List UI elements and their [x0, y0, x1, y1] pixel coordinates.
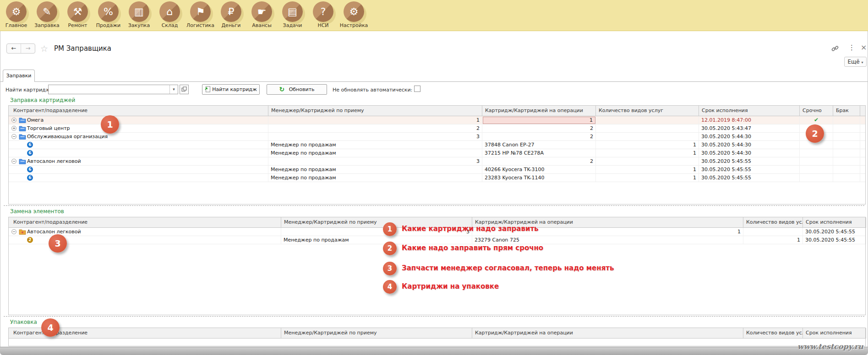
column-header[interactable]: Картридж/Картриджей на операции — [472, 217, 743, 228]
toolbar-item-tools[interactable]: ⚒Ремонт — [62, 0, 93, 31]
cell-value: 1 — [596, 149, 699, 157]
cell — [800, 124, 833, 133]
cell — [833, 141, 860, 149]
cell-value: 3 — [281, 228, 472, 236]
tabstrip-divider — [0, 81, 868, 82]
column-header[interactable]: Срочно — [800, 106, 833, 116]
toolbar-item-settings-gear[interactable]: ⚙Настройка — [338, 0, 369, 31]
collapse-icon[interactable]: − — [11, 134, 16, 139]
toolbar-item-refill-pen[interactable]: ✎Заправка — [32, 0, 62, 31]
column-header[interactable]: Картридж/Картриджей на операции — [472, 328, 743, 339]
find-cartridge-button[interactable]: Найти картридж — [202, 84, 260, 95]
cell-value: ✔ — [800, 116, 833, 124]
contractor-name: Автосалон легковой — [27, 157, 81, 166]
column-header[interactable]: Срок исполнения — [803, 217, 866, 228]
find-cartridge-label: Найти картридж:: — [5, 87, 54, 93]
cell-value: 1 — [596, 141, 699, 149]
toolbar-item-label: НСИ — [308, 22, 338, 28]
column-header[interactable]: Срок исполнения — [803, 328, 866, 339]
toolbar-item-sale-person[interactable]: %Продажи — [93, 0, 124, 31]
table-row[interactable]: +Торговый центр2230.05.2020 5:43:47 — [9, 124, 865, 133]
map-pin-icon: ⚑ — [190, 1, 211, 22]
toolbar-item-label: Деньги — [216, 22, 246, 28]
more-button[interactable]: Ещё ▾ — [844, 57, 867, 67]
cell-value: Менеджер по продажам — [268, 149, 482, 157]
toolbar-item-task-list[interactable]: ▤Задачи — [277, 0, 308, 31]
table-row[interactable]: −Автосалон легковой3130.05.2020 5:45:55 — [9, 228, 865, 236]
cell — [11, 166, 268, 174]
contractor-name: Автосалон легковой — [27, 228, 81, 236]
open-list-icon[interactable] — [180, 85, 189, 94]
cell-value: 30.05.2020 5:44:30 — [699, 141, 800, 149]
column-header[interactable]: Контрагент/подразделение — [11, 106, 268, 116]
cell-value: 30.05.2020 5:44:30 — [699, 133, 800, 141]
toolbar-item-reference-book[interactable]: ?НСИ — [308, 0, 338, 31]
close-icon[interactable]: × — [861, 43, 867, 52]
toolbar-item-warehouse[interactable]: ⌂Склад — [154, 0, 185, 31]
no-autorefresh-label: Не обновлять автоматически: — [333, 87, 412, 93]
column-header[interactable]: Картридж/Картриджей на операции — [482, 106, 596, 116]
collapse-icon[interactable]: − — [11, 159, 16, 164]
back-button[interactable]: ← — [7, 44, 21, 53]
column-header[interactable]: Менеджер/Картриджей по приему — [281, 328, 472, 339]
table-row[interactable]: 6Менеджер по продажам37848 Canon EP-2713… — [9, 141, 865, 149]
expand-icon[interactable]: + — [11, 118, 16, 123]
tab-zapravki[interactable]: Заправки — [3, 70, 35, 82]
column-header[interactable]: Менеджер/Картриджей по приему — [268, 106, 482, 116]
cell-value: 1 — [472, 228, 743, 236]
cell-value: Менеджер по продажам — [268, 141, 482, 149]
cell-value: 37848 Canon EP-27 — [482, 141, 596, 149]
combo-dropdown-icon[interactable]: ▾ — [169, 85, 178, 94]
table-row[interactable]: 6Менеджер по продажам37215 HP №78 CE278A… — [9, 149, 865, 157]
column-header[interactable]: Контрагент/подразделение — [11, 217, 281, 228]
cell — [596, 116, 699, 124]
table-row[interactable]: −Автосалон легковой3230.05.2020 5:45:55 — [9, 157, 865, 166]
no-autorefresh-checkbox[interactable] — [414, 86, 420, 92]
cell — [833, 149, 860, 157]
cell-value: Менеджер по продажам — [268, 166, 482, 174]
column-header[interactable]: Количество видов услуг — [743, 328, 803, 339]
toolbar-item-label: Авансы — [246, 22, 277, 28]
table-row[interactable]: 6Менеджер по продажам23283 Kyocera TK-11… — [9, 174, 865, 182]
refresh-button[interactable]: ↻ Обновить — [267, 84, 327, 95]
forward-button[interactable]: → — [21, 44, 35, 53]
cell-value: 3 — [268, 157, 482, 166]
tools-icon: ⚒ — [67, 1, 88, 22]
column-header[interactable]: Срок исполнения — [699, 106, 800, 116]
table-row[interactable]: 2Менеджер по продажам23279 Canon 725130.… — [9, 236, 865, 244]
column-header[interactable]: Количество видов услуг — [596, 106, 699, 116]
column-header[interactable]: Менеджер/Картриджей по приему — [281, 217, 472, 228]
cell-value: 30.05.2020 5:44:30 — [699, 149, 800, 157]
table-row[interactable]: −Обслуживающая организация3230.05.2020 5… — [9, 133, 865, 141]
cell-value: 2 — [268, 124, 482, 133]
table-row[interactable]: +Омега1112.01.2019 8:47:00✔ — [9, 116, 865, 124]
column-header[interactable]: Брак — [833, 106, 860, 116]
cell-value: 30.05.2020 5:45:55 — [699, 174, 800, 182]
cell — [800, 141, 833, 149]
section-splitter[interactable] — [4, 205, 864, 206]
window-bottom-frame — [0, 347, 868, 355]
toolbar-item-gears[interactable]: ⚙Главное — [1, 0, 32, 31]
grid-header-row: Контрагент/подразделениеМенеджер/Картрид… — [9, 217, 865, 228]
expand-icon[interactable]: + — [11, 126, 16, 131]
menu-dots-icon[interactable]: ⋮ — [848, 43, 855, 52]
watermark: www.testcopy.ru — [797, 342, 863, 351]
toolbar-item-map-pin[interactable]: ⚑Логистика — [185, 0, 216, 31]
cell-value: 12.01.2019 8:47:00 — [699, 116, 800, 124]
toolbar-item-hand-truck[interactable]: ▥Закупка — [124, 0, 154, 31]
app-window: ⚙Главное✎Заправка⚒Ремонт%Продажи▥Закупка… — [0, 0, 868, 355]
copy-link-icon[interactable] — [831, 44, 839, 54]
section-splitter[interactable] — [4, 316, 864, 317]
cell — [833, 166, 860, 174]
toolbar-item-money-bag[interactable]: ₽Деньги — [216, 0, 246, 31]
toolbar-item-label: Склад — [154, 22, 185, 28]
column-header[interactable]: Количество видов услуг — [743, 217, 803, 228]
more-button-label: Ещё — [847, 59, 859, 65]
cell — [11, 141, 268, 149]
toolbar-item-hand-coin[interactable]: ☛Авансы — [246, 0, 277, 31]
table-row[interactable]: 6Менеджер по продажам40266 Kyocera TK-31… — [9, 166, 865, 174]
favorite-star-icon[interactable]: ☆ — [40, 43, 48, 54]
column-header[interactable]: Контрагент/подразделение — [11, 328, 281, 339]
find-cartridge-input[interactable]: ▾ — [48, 85, 178, 94]
collapse-icon[interactable]: − — [11, 229, 16, 234]
